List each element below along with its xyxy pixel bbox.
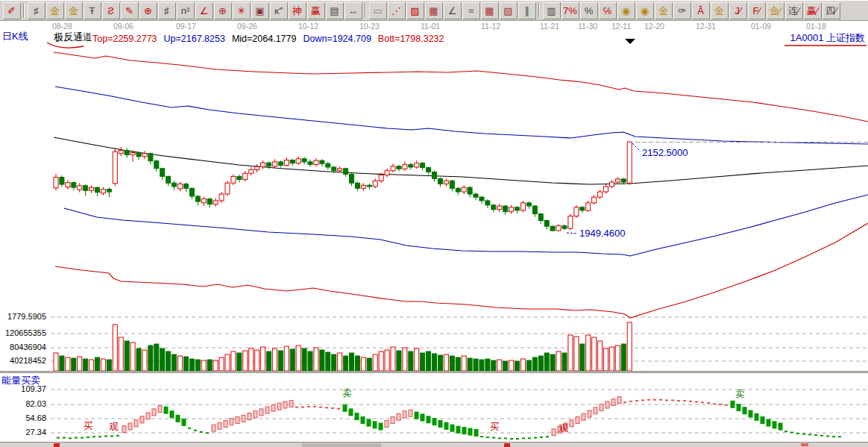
svg-text:观: 观 [559, 423, 568, 434]
low-price-label: 1949.4600 [579, 228, 625, 239]
svg-text:卖: 卖 [735, 389, 745, 399]
channel-line-up [55, 87, 868, 144]
svg-text:观: 观 [109, 422, 119, 432]
date-tick-label: 08-28 [52, 22, 72, 31]
chart-canvas[interactable]: 买观卖买观卖2152.50001949.4600 [0, 0, 868, 447]
scale-label: 40218452 [0, 356, 46, 365]
date-tick-label: 11-12 [481, 22, 500, 31]
scale-label: 1779.5905 [0, 312, 46, 321]
date-axis: 08-2809-0609-1709-2610-1210-2311-0111-12… [0, 22, 868, 31]
date-tick-label: 01-09 [751, 22, 771, 31]
next-pane-mark [801, 443, 808, 446]
channel-param: Up=2167.8253 [164, 34, 225, 44]
channel-param: Top=2259.2773 [92, 34, 157, 44]
channel-line-top [54, 52, 868, 122]
scroll-segment[interactable] [302, 443, 381, 447]
period-label: 日K线 [2, 30, 28, 43]
channel-param: Down=1924.709 [303, 34, 371, 44]
high-price-label: 2152.5000 [642, 147, 688, 158]
date-tick-label: 11-21 [540, 22, 559, 31]
date-tick-label: 09-06 [113, 22, 133, 31]
date-tick-label: 12-31 [696, 22, 716, 31]
date-tick-label: 11-01 [421, 22, 440, 31]
next-pane-mark [504, 443, 510, 447]
pane-divider[interactable] [0, 371, 868, 373]
svg-text:买: 买 [490, 422, 500, 432]
channel-param: Bott=1798.3232 [378, 34, 444, 44]
app-window: ✐♯金金ŦƧ✎⊕♯n²∠⊕✳▣ĸ″神赢▤↔▭⋰▨▦∠≈▦▧∥▥7%%℅◉◉金✑Ā… [0, 0, 868, 447]
signal-labels: 买观卖买观卖 [84, 388, 745, 434]
indicator-name: 极反通道 [54, 31, 92, 44]
scale-label: 27.34 [0, 428, 46, 437]
scale-label: 82.03 [0, 399, 46, 408]
dropdown-marker-icon [625, 39, 635, 44]
date-tick-label: 09-17 [176, 22, 196, 31]
date-tick-label: 01-18 [806, 22, 826, 31]
date-tick-label: 10-12 [298, 22, 318, 31]
channel-line-down [64, 195, 868, 256]
date-tick-label: 09-26 [237, 22, 257, 31]
date-tick-label: 10-23 [359, 22, 380, 31]
date-tick-label: 11-30 [578, 22, 597, 31]
scale-label: 80436904 [0, 343, 46, 351]
channel-line-mid [54, 137, 868, 184]
symbol-label: 1A0001 上证指数 [790, 31, 865, 45]
svg-text:买: 买 [84, 421, 93, 431]
bottom-pane-edge [0, 442, 868, 447]
channel-line-bott [55, 223, 868, 318]
volume-series [54, 322, 632, 371]
scale-label: 120655355 [0, 328, 46, 337]
svg-text:卖: 卖 [342, 388, 352, 398]
scale-label: 54.68 [0, 413, 46, 422]
date-tick-label: 12-20 [644, 22, 664, 31]
channel-param: Mid=2064.1779 [232, 34, 297, 44]
candlestick-series [54, 142, 632, 231]
date-tick-label: 12-11 [611, 22, 631, 31]
next-pane-mark [54, 443, 60, 447]
indicator-panel-title: 能量买卖 [1, 374, 40, 387]
indicator-params: Top=2259.2773Up=2167.8253Mid=2064.1779Do… [92, 31, 450, 45]
